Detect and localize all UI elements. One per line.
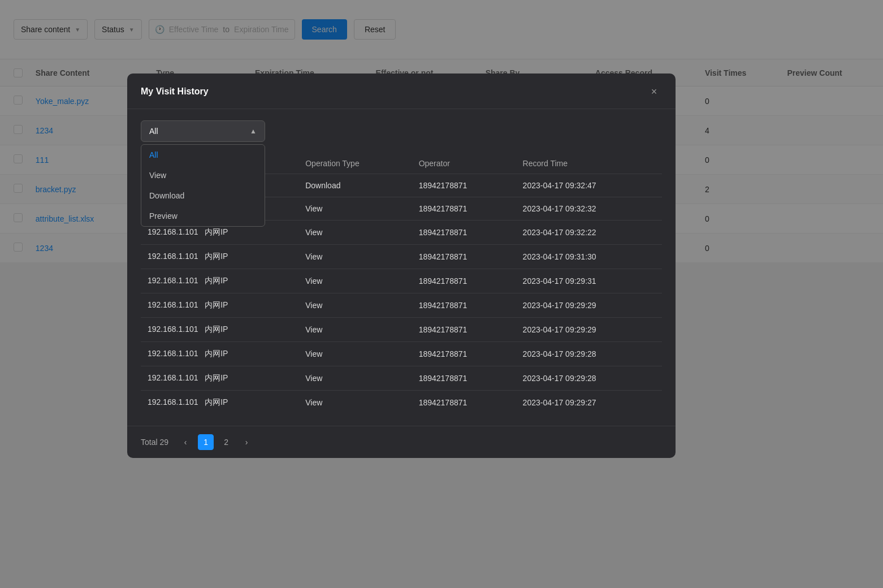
table-row: 192.168.1.101 内网IP View 18942178871 2023… (141, 318, 662, 342)
op-type-cell: View (298, 197, 412, 220)
filter-option-download[interactable]: Download (141, 185, 265, 206)
geo-cell: 192.168.1.101 内网IP (141, 293, 298, 318)
table-row: 192.168.1.101 内网IP View 18942178871 2023… (141, 391, 662, 415)
col-record-time: Record Time (516, 153, 662, 174)
record-time-cell: 2023-04-17 09:29:28 (516, 342, 662, 366)
record-time-cell: 2023-04-17 09:32:22 (516, 220, 662, 245)
op-type-cell: Download (298, 174, 412, 197)
record-time-cell: 2023-04-17 09:29:31 (516, 269, 662, 293)
table-row: 192.168.1.101 内网IP View 18942178871 2023… (141, 293, 662, 318)
record-time-cell: 2023-04-17 09:29:27 (516, 391, 662, 415)
op-type-cell: View (298, 366, 412, 391)
record-time-cell: 2023-04-17 09:32:47 (516, 174, 662, 197)
table-row: 192.168.1.101 内网IP View 18942178871 2023… (141, 366, 662, 391)
record-time-cell: 2023-04-17 09:31:30 (516, 245, 662, 269)
geo-cell: 192.168.1.101 内网IP (141, 318, 298, 342)
pagination-total: Total 29 (141, 438, 168, 447)
operator-cell: 18942178871 (412, 220, 516, 245)
visit-history-modal: My Visit History × All ▲ All View Downlo… (127, 74, 676, 458)
operator-cell: 18942178871 (412, 293, 516, 318)
chevron-up-icon: ▲ (250, 127, 257, 135)
modal-body: All ▲ All View Download Preview Geograph… (127, 109, 676, 426)
geo-cell: 192.168.1.101 内网IP (141, 391, 298, 415)
pagination-page-1[interactable]: 1 (198, 434, 214, 450)
filter-option-all[interactable]: All (141, 145, 265, 165)
filter-option-view[interactable]: View (141, 165, 265, 185)
record-time-cell: 2023-04-17 09:29:29 (516, 293, 662, 318)
operator-cell: 18942178871 (412, 342, 516, 366)
filter-dropdown-menu: All View Download Preview (141, 144, 265, 227)
col-operator: Operator (412, 153, 516, 174)
operator-cell: 18942178871 (412, 245, 516, 269)
op-type-cell: View (298, 391, 412, 415)
pagination-prev-button[interactable]: ‹ (178, 434, 193, 450)
modal-title: My Visit History (141, 87, 209, 97)
pagination-next-button[interactable]: › (239, 434, 254, 450)
op-type-cell: View (298, 220, 412, 245)
modal-pagination: Total 29 ‹ 1 2 › (127, 426, 676, 458)
record-time-cell: 2023-04-17 09:29:29 (516, 318, 662, 342)
geo-cell: 192.168.1.101 内网IP (141, 245, 298, 269)
col-operation-type: Operation Type (298, 153, 412, 174)
operator-cell: 18942178871 (412, 318, 516, 342)
op-type-cell: View (298, 318, 412, 342)
table-row: 192.168.1.101 内网IP View 18942178871 2023… (141, 342, 662, 366)
filter-select: All ▲ All View Download Preview (141, 120, 265, 142)
operator-cell: 18942178871 (412, 197, 516, 220)
op-type-cell: View (298, 245, 412, 269)
operator-cell: 18942178871 (412, 174, 516, 197)
geo-cell: 192.168.1.101 内网IP (141, 366, 298, 391)
table-row: 192.168.1.101 内网IP View 18942178871 2023… (141, 269, 662, 293)
pagination-page-2[interactable]: 2 (218, 434, 234, 450)
record-time-cell: 2023-04-17 09:32:32 (516, 197, 662, 220)
filter-option-preview[interactable]: Preview (141, 206, 265, 226)
op-type-cell: View (298, 293, 412, 318)
operator-cell: 18942178871 (412, 366, 516, 391)
filter-select-button[interactable]: All ▲ (141, 120, 265, 142)
modal-header: My Visit History × (127, 74, 676, 109)
table-row: 192.168.1.101 内网IP View 18942178871 2023… (141, 245, 662, 269)
filter-selected-value: All (149, 127, 158, 136)
operator-cell: 18942178871 (412, 391, 516, 415)
op-type-cell: View (298, 342, 412, 366)
op-type-cell: View (298, 269, 412, 293)
operator-cell: 18942178871 (412, 269, 516, 293)
close-button[interactable]: × (646, 84, 662, 100)
geo-cell: 192.168.1.101 内网IP (141, 269, 298, 293)
record-time-cell: 2023-04-17 09:29:28 (516, 366, 662, 391)
geo-cell: 192.168.1.101 内网IP (141, 342, 298, 366)
